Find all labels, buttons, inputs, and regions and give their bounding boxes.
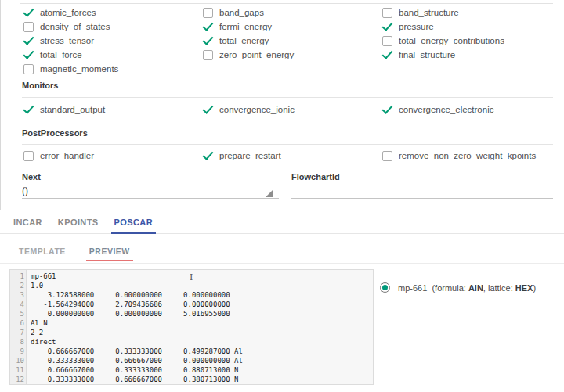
monitors-row: standard_output convergence_ionic conver… — [23, 102, 558, 117]
line-text: 0.666667000 0.333333000 0.880713000 N — [24, 365, 239, 375]
checkbox-item-magnetic-moments[interactable]: magnetic_moments — [23, 62, 202, 76]
checkbox-icon[interactable] — [24, 22, 34, 32]
checkbox-item-total-energy[interactable]: total_energy — [202, 34, 381, 48]
checkbox-icon[interactable] — [381, 49, 393, 61]
checkbox-icon[interactable] — [202, 150, 214, 162]
checkbox-item-stress-tensor[interactable]: stress_tensor — [23, 34, 202, 48]
editor-line: 11 0.666667000 0.333333000 0.880713000 N — [10, 365, 373, 375]
checkbox-icon[interactable] — [382, 151, 392, 161]
checkbox-icon[interactable] — [23, 49, 34, 61]
checkbox-icon[interactable] — [202, 21, 214, 33]
tab-incar[interactable]: INCAR — [10, 218, 45, 233]
editor-line: 72 2 — [10, 328, 373, 337]
tab-kpoints[interactable]: KPOINTS — [55, 218, 102, 233]
checkbox-item-standard-output[interactable]: standard_output — [23, 102, 202, 117]
subtab-preview[interactable]: PREVIEW — [86, 246, 133, 263]
checkbox-item-band-structure[interactable]: band_structure — [381, 5, 558, 20]
next-textarea[interactable]: () — [22, 185, 279, 196]
radio-selected-icon[interactable] — [380, 282, 390, 293]
checkbox-label: density_of_states — [40, 22, 110, 31]
poscar-preview-editor[interactable]: 1mp-661 21.0 3 3.128588000 0.000000000 0… — [9, 269, 374, 385]
checkbox-icon[interactable] — [202, 35, 214, 47]
line-text: mp-661 — [24, 272, 56, 281]
checkbox-item-band-gaps[interactable]: band_gaps — [202, 5, 381, 20]
flowchart-id-input[interactable] — [291, 198, 553, 199]
checkbox-item-pressure[interactable]: pressure — [381, 20, 558, 34]
checkbox-item-final-structure[interactable]: final_structure — [381, 48, 558, 62]
line-text: 1.0 — [24, 281, 43, 290]
line-text: -1.564294000 2.709436686 0.000000000 — [24, 300, 230, 309]
checkbox-icon[interactable] — [381, 104, 393, 116]
checkbox-label: magnetic_moments — [40, 64, 118, 74]
editor-line: 6Al N — [10, 318, 373, 328]
postprocessors-heading: PostProcessors — [22, 128, 88, 138]
checkbox-icon[interactable] — [203, 8, 213, 18]
checkbox-icon[interactable] — [23, 104, 34, 116]
checkbox-icon[interactable] — [382, 36, 392, 46]
view-subtabbar: TEMPLATE PREVIEW — [0, 235, 564, 264]
next-field-label: Next — [22, 172, 41, 182]
editor-line: 9 0.666667000 0.333333000 0.499287000 Al — [10, 347, 373, 356]
line-text: 0.333333000 0.666667000 0.000000000 Al — [24, 356, 243, 365]
line-text: 0.333333000 0.666667000 0.380713000 N — [24, 375, 239, 384]
line-text: 0.000000000 0.000000000 5.016955000 — [24, 309, 230, 318]
line-text: direct — [24, 337, 56, 347]
checkbox-item-density-of-states[interactable]: density_of_states — [23, 20, 202, 34]
line-number: 6 — [10, 318, 24, 328]
line-number: 3 — [10, 290, 24, 300]
checkbox-label: total_energy — [219, 36, 269, 45]
checkbox-item-atomic-forces[interactable]: atomic_forces — [23, 5, 202, 20]
checkbox-item-convergence-ionic[interactable]: convergence_ionic — [202, 102, 381, 117]
line-number: 5 — [10, 309, 24, 318]
checkbox-item-total-force[interactable]: total_force — [23, 48, 202, 62]
checkbox-item-remove-non-zero-weight-kpoints[interactable]: remove_non_zero_weight_kpoints — [381, 149, 558, 163]
line-number: 7 — [10, 328, 24, 337]
subtab-template[interactable]: TEMPLATE — [16, 246, 69, 263]
checkbox-item-zero-point-energy[interactable]: zero_point_energy — [202, 48, 381, 62]
line-text: Al N — [24, 318, 48, 328]
line-number: 11 — [10, 365, 24, 375]
next-textarea-underline — [22, 198, 279, 199]
checkbox-label: total_force — [40, 50, 82, 59]
checkbox-item-fermi-energy[interactable]: fermi_energy — [202, 20, 381, 34]
checkbox-icon[interactable] — [23, 7, 34, 19]
flowchart-id-field-label: FlowchartId — [291, 172, 340, 182]
checkbox-label: pressure — [399, 22, 434, 31]
structure-id: mp-661 — [398, 283, 427, 293]
line-number: 8 — [10, 337, 24, 347]
line-text: 0.666667000 0.333333000 0.499287000 Al — [24, 347, 243, 356]
checkbox-icon[interactable] — [24, 64, 34, 74]
line-number: 9 — [10, 347, 24, 356]
line-number: 10 — [10, 356, 24, 365]
structure-radio-option[interactable]: mp-661 (formula: AlN, lattice: HEX) — [380, 282, 536, 293]
checkbox-label: total_energy_contributions — [399, 36, 504, 45]
postprocessors-row: error_handler prepare_restart remove_non… — [23, 149, 558, 163]
checkbox-icon[interactable] — [382, 8, 392, 18]
properties-column-1: atomic_forces density_of_states stress_t… — [23, 5, 202, 76]
workflow-editor-page: atomic_forces density_of_states stress_t… — [0, 0, 564, 392]
divider — [22, 97, 553, 98]
checkbox-item-prepare-restart[interactable]: prepare_restart — [202, 149, 381, 163]
checkbox-icon[interactable] — [202, 104, 214, 116]
checkbox-label: error_handler — [40, 151, 94, 160]
checkbox-label: atomic_forces — [40, 8, 96, 17]
editor-line: 10 0.333333000 0.666667000 0.000000000 A… — [10, 356, 373, 365]
checkbox-label: zero_point_energy — [219, 50, 294, 59]
checkbox-item-convergence-electronic[interactable]: convergence_electronic — [381, 102, 558, 117]
line-number: 1 — [10, 272, 24, 281]
textarea-resize-handle-icon[interactable] — [266, 190, 273, 197]
checkbox-item-error-handler[interactable]: error_handler — [23, 149, 202, 163]
checkbox-icon[interactable] — [203, 50, 213, 60]
checkbox-item-total-energy-contributions[interactable]: total_energy_contributions — [381, 34, 558, 48]
checkbox-icon[interactable] — [381, 21, 393, 33]
structure-lattice: HEX — [515, 283, 533, 293]
line-text: 2 2 — [24, 328, 43, 337]
checkbox-icon[interactable] — [23, 35, 34, 47]
workflow-config-panel: atomic_forces density_of_states stress_t… — [0, 0, 564, 210]
line-number: 2 — [10, 281, 24, 290]
properties-column-2: band_gaps fermi_energy total_energy zero… — [202, 5, 381, 76]
checkbox-icon[interactable] — [24, 151, 34, 161]
monitors-heading: Monitors — [22, 81, 58, 90]
text-cursor-ibeam-icon: I — [190, 272, 193, 282]
tab-poscar[interactable]: POSCAR — [111, 218, 156, 233]
